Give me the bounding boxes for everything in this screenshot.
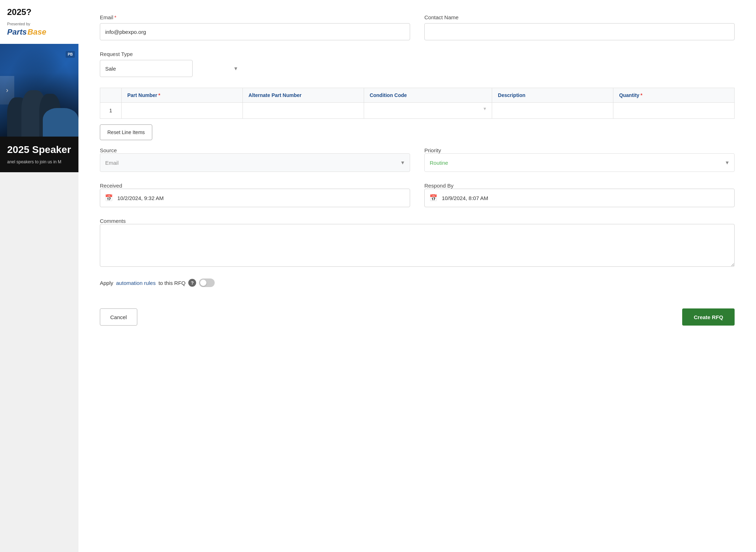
- col-row-num-header: [100, 88, 122, 103]
- alt-part-number-cell: [242, 103, 364, 119]
- help-icon[interactable]: ?: [188, 279, 196, 287]
- comments-textarea[interactable]: [100, 224, 735, 267]
- request-type-group: Request Type Sale Purchase Repair Lease …: [100, 51, 242, 77]
- line-items-table: Part Number* Alternate Part Number Condi…: [100, 88, 735, 119]
- quantity-input[interactable]: [618, 106, 729, 115]
- logo-base: Base: [27, 27, 46, 37]
- received-label: Received: [100, 183, 122, 189]
- request-type-select[interactable]: Sale Purchase Repair Lease: [100, 60, 193, 77]
- logo-parts: Parts: [7, 27, 27, 37]
- contact-name-group: Contact Name: [424, 14, 735, 40]
- priority-label: Priority: [424, 147, 441, 153]
- automation-text-after: to this RFQ: [158, 280, 185, 286]
- respond-by-group: Respond By 📅: [424, 183, 735, 207]
- respond-by-input-wrapper: 📅: [424, 189, 735, 207]
- part-number-input[interactable]: [127, 106, 237, 115]
- alt-part-number-input[interactable]: [248, 106, 359, 115]
- create-rfq-button[interactable]: Create RFQ: [682, 308, 735, 326]
- source-select-wrapper: Email Phone Web Fax ▼: [100, 153, 410, 172]
- automation-rules-link[interactable]: automation rules: [116, 280, 156, 286]
- col-alt-part-number-header: Alternate Part Number: [242, 88, 364, 103]
- comments-section: Comments: [100, 218, 735, 268]
- source-select[interactable]: Email Phone Web Fax: [100, 153, 410, 172]
- automation-text-before: Apply: [100, 280, 113, 286]
- respond-by-input[interactable]: [424, 189, 735, 207]
- description-input[interactable]: [497, 106, 608, 115]
- partsbase-logo: Parts Base: [7, 27, 71, 37]
- sidebar-presented-by: Presented by: [7, 22, 71, 26]
- source-priority-row: Source Email Phone Web Fax ▼ Priority: [100, 147, 735, 172]
- request-type-chevron-icon: ▼: [233, 66, 238, 71]
- priority-group: Priority Routine AOG Critical ▼: [424, 147, 735, 172]
- form-section: Email* Contact Name Request Type Sale: [100, 14, 735, 326]
- automation-toggle[interactable]: [199, 278, 215, 287]
- priority-select[interactable]: Routine AOG Critical: [424, 153, 735, 172]
- cancel-button[interactable]: Cancel: [100, 308, 137, 326]
- col-condition-code-header: Condition Code: [364, 88, 492, 103]
- email-contact-row: Email* Contact Name: [100, 14, 735, 40]
- request-type-row: Request Type Sale Purchase Repair Lease …: [100, 51, 735, 77]
- email-required-star: *: [114, 14, 117, 20]
- sidebar-title: 2025 Speaker: [7, 144, 71, 156]
- sidebar: 2025? Presented by Parts Base › PB 2025 …: [0, 0, 78, 552]
- request-type-label: Request Type: [100, 51, 242, 57]
- table-header-row: Part Number* Alternate Part Number Condi…: [100, 88, 735, 103]
- main-content: Email* Contact Name Request Type Sale: [78, 0, 756, 552]
- received-group: Received 📅: [100, 183, 410, 207]
- sidebar-question: 2025?: [7, 7, 71, 17]
- sidebar-image: › PB: [0, 44, 78, 137]
- col-quantity-header: Quantity*: [613, 88, 735, 103]
- received-input[interactable]: [100, 189, 410, 207]
- respond-by-label: Respond By: [424, 183, 454, 189]
- toggle-track: [199, 278, 215, 287]
- sidebar-top: 2025? Presented by Parts Base: [0, 0, 78, 44]
- part-number-cell: [122, 103, 243, 119]
- condition-code-cell: ▼: [364, 103, 492, 119]
- table-row: 1 ▼: [100, 103, 735, 119]
- received-input-wrapper: 📅: [100, 189, 410, 207]
- empty-group: [257, 51, 735, 77]
- condition-code-input[interactable]: [369, 106, 480, 115]
- source-group: Source Email Phone Web Fax ▼: [100, 147, 410, 172]
- col-part-number-header: Part Number*: [122, 88, 243, 103]
- form-footer: Cancel Create RFQ: [100, 305, 735, 326]
- priority-select-wrapper: Routine AOG Critical ▼: [424, 153, 735, 172]
- col-description-header: Description: [492, 88, 613, 103]
- request-type-select-wrapper: Sale Purchase Repair Lease ▼: [100, 60, 242, 77]
- sidebar-subtitle: anel speakers to join us in M: [7, 159, 71, 165]
- date-row: Received 📅 Respond By 📅: [100, 183, 735, 207]
- comments-label: Comments: [100, 218, 126, 224]
- description-cell: [492, 103, 613, 119]
- reset-line-items-button[interactable]: Reset Line Items: [100, 124, 152, 140]
- contact-name-input[interactable]: [424, 23, 735, 40]
- line-items-section: Part Number* Alternate Part Number Condi…: [100, 88, 735, 140]
- automation-row: Apply automation rules to this RFQ ?: [100, 278, 735, 287]
- condition-code-chevron-icon: ▼: [482, 106, 487, 111]
- pb-badge: PB: [66, 51, 75, 58]
- row-number-cell: 1: [100, 103, 122, 119]
- email-input[interactable]: [100, 23, 410, 40]
- email-label: Email*: [100, 14, 410, 20]
- email-group: Email*: [100, 14, 410, 40]
- source-label: Source: [100, 147, 117, 153]
- quantity-cell: [613, 103, 735, 119]
- sidebar-bottom: 2025 Speaker anel speakers to join us in…: [0, 137, 78, 172]
- contact-name-label: Contact Name: [424, 14, 735, 20]
- toggle-thumb: [200, 280, 206, 286]
